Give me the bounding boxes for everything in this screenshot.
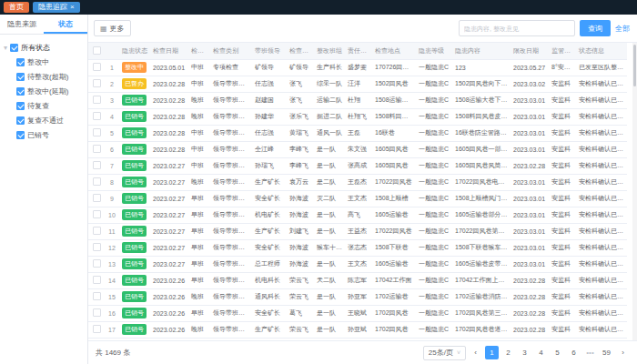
cell-info: 安检科确认已销号 [576, 207, 627, 223]
cell-responsible: 王磊杰 [345, 174, 372, 190]
checkbox[interactable] [16, 73, 25, 81]
cell-content: 1605回风巷一部皮带机尾滚筒防护栏缺失,需补齐 [452, 141, 511, 157]
tree-root-all-status[interactable]: ▾ 所有状态 [4, 40, 84, 55]
table-row[interactable]: 13已销号2023.02.27早班领导带班入井检查总工程师孙海波是一队王文杰16… [88, 256, 627, 272]
cell-date: 2023.02.28 [150, 108, 188, 125]
tab-home[interactable]: 首页 [4, 2, 29, 13]
checkbox[interactable] [16, 87, 25, 96]
cell-content: 1502回风巷向下顺槽锚网防护不到位,加强顶板支护管理 [452, 76, 511, 92]
tab-hidden-danger-tracking[interactable]: 隐患追踪 × [33, 2, 80, 13]
caret-down-icon[interactable]: ▾ [4, 44, 7, 52]
search-button[interactable]: 查询 [580, 20, 611, 36]
cell-info: 安检科确认已销号 [576, 92, 627, 108]
row-checkbox[interactable] [93, 161, 101, 169]
vertical-scrollbar[interactable] [632, 43, 637, 340]
table-row[interactable]: 14已销号2023.02.26早班领导带班入井检查机电科长荣云飞天二队陈志军17… [88, 272, 627, 288]
row-checkbox[interactable] [93, 210, 101, 218]
more-button[interactable]: ▦ 更多 [94, 20, 131, 36]
row-index: 5 [105, 125, 119, 141]
row-checkbox[interactable] [93, 276, 101, 284]
cell-content: 17022回风巷第三部皮带下方浮煤堆积,需清理干净 [452, 223, 511, 239]
cell-category: 领导带班入井检查 [210, 157, 252, 174]
all-link[interactable]: 全部 [615, 24, 630, 34]
cell-content: 1702回风巷第三部皮带机头灭火器失效,及时更换 [452, 305, 511, 321]
row-checkbox[interactable] [93, 177, 101, 186]
prev-page-button[interactable]: ‹ [469, 346, 482, 359]
table-row[interactable]: 1整改中2023.05.01中班专项检查矿领导矿领导生产科长盛梦雯170726回… [88, 59, 627, 76]
cell-shift: 中班 [188, 76, 210, 92]
row-checkbox[interactable] [93, 308, 101, 317]
checkbox[interactable] [16, 131, 25, 139]
scrollbar-thumb[interactable] [633, 45, 636, 86]
cell-date: 2023.02.28 [150, 92, 188, 108]
row-checkbox[interactable] [93, 96, 101, 104]
page-button-3[interactable]: 3 [518, 346, 531, 359]
cell-deadline: 2023.03.01 [511, 223, 549, 239]
table-row[interactable]: 16已销号2023.02.26早班领导带班入井检查安全矿长葛飞是一队王晓斌170… [88, 305, 627, 321]
table-row[interactable]: 17已销号2023.02.26晚班领导带班入井检查生产矿长荣云飞是一队孙亚斌17… [88, 321, 627, 338]
close-icon[interactable]: × [70, 4, 75, 11]
table-row[interactable]: 6已销号2023.02.28中班领导带班入井检查仝江峰李峰飞是一队朱文强1605… [88, 141, 627, 157]
status-badge: 已销号 [122, 95, 147, 106]
row-checkbox[interactable] [93, 325, 101, 333]
cell-shift: 中班 [188, 59, 210, 76]
checkbox[interactable] [16, 58, 25, 66]
cell-location: 1702运输巷 [372, 288, 416, 305]
next-page-button[interactable]: › [616, 346, 630, 359]
page-size-select[interactable]: 25条/页 ˅ [423, 346, 466, 360]
row-checkbox[interactable] [93, 145, 101, 153]
cell-responsible: 杜翔飞 [345, 108, 372, 125]
row-checkbox[interactable] [93, 243, 101, 251]
page-button-2[interactable]: 2 [501, 346, 515, 359]
cell-level: 一般隐患C [416, 288, 452, 305]
tree-item-delayed[interactable]: 整改中(延期) [4, 84, 84, 98]
tree-item-rectifying[interactable]: 整改中 [4, 55, 84, 69]
cell-info: 安检科确认已销号 [576, 305, 627, 321]
checkbox[interactable] [16, 102, 25, 110]
row-checkbox[interactable] [93, 194, 101, 202]
checkbox[interactable] [16, 116, 25, 125]
tree-root-label: 所有状态 [21, 43, 50, 53]
table-row[interactable]: 12已销号2023.02.27早班领导带班入井检查安全矿长孙海波猴车十三队张志杰… [88, 239, 627, 256]
table-row[interactable]: 7已销号2023.02.27中班领导带班入井检查孙瑞飞李峰飞是一队张高成1605… [88, 157, 627, 174]
status-badge: 已销号 [122, 275, 147, 286]
page-button-6[interactable]: 6 [567, 346, 581, 359]
table-row[interactable]: 10已销号2023.02.27早班领导带班入井检查机电矿长孙海波是一队高飞160… [88, 207, 627, 223]
row-checkbox[interactable] [93, 292, 101, 300]
cell-team: 是一队 [314, 256, 345, 272]
row-checkbox[interactable] [93, 63, 101, 71]
all-status-checkbox[interactable] [10, 44, 18, 52]
page-button-last[interactable]: 59 [600, 346, 613, 359]
table-row[interactable]: 8已销号2023.02.27晚班领导带班入井检查生产矿长袁万云是二队王磊杰170… [88, 174, 627, 190]
page-button-1[interactable]: 1 [485, 346, 499, 359]
table-row[interactable]: 4已销号2023.02.28晚班领导带班入井检查孙建华张乐飞掘进二队杜翔飞150… [88, 108, 627, 125]
tab-hidden-source[interactable]: 隐患来源 [0, 15, 44, 34]
table-row[interactable]: 9已销号2023.02.27早班领导带班入井检查安全矿长孙海波灭二队王文杰150… [88, 190, 627, 207]
tree-item-review-failed[interactable]: 复查不通过 [4, 113, 84, 127]
table-row[interactable]: 3已销号2023.02.28晚班领导带班入井检查赵建国张飞运输二队杜翔1508运… [88, 92, 627, 108]
table-row[interactable]: 5已销号2023.02.28中班领导带班入井检查任志强黄瑞飞通风一队王磊16联巷… [88, 125, 627, 141]
select-all-checkbox[interactable] [93, 46, 101, 55]
page-button-4[interactable]: 4 [534, 346, 548, 359]
table-row[interactable]: 11已销号2023.02.27早班领导带班入井检查生产矿长刘建飞是一队王益杰17… [88, 223, 627, 239]
row-index: 3 [105, 92, 119, 108]
page-button-5[interactable]: 5 [551, 346, 564, 359]
cell-inspector: 荣云飞 [287, 272, 314, 288]
table-row[interactable]: 15已销号2023.02.26晚班领导带班入井检查通风科长荣云飞是一队孙亚军17… [88, 288, 627, 305]
cell-location: 1508运输大巷 [372, 92, 416, 108]
tree-item-pending-review[interactable]: 待复查 [4, 98, 84, 113]
cell-content: 1605运输巷部分锚杆托盘松动,需二次紧固 [452, 207, 511, 223]
cell-team: 是一队 [314, 207, 345, 223]
tab-status[interactable]: 状态 [44, 15, 87, 34]
row-checkbox[interactable] [93, 227, 101, 235]
column-header: 限改日期 [511, 43, 549, 59]
tree-item-closed[interactable]: 已销号 [4, 127, 84, 142]
row-checkbox[interactable] [93, 128, 101, 136]
table-row[interactable]: 2已督办2023.02.28中班领导带班入井检查任志强张飞综采一队汪洋1502回… [88, 76, 627, 92]
tree-item-overdue[interactable]: 待整改(超期) [4, 69, 84, 84]
row-checkbox[interactable] [93, 79, 101, 87]
search-input[interactable] [459, 20, 575, 36]
cell-responsible: 高飞 [345, 207, 372, 223]
row-checkbox[interactable] [93, 259, 101, 268]
row-checkbox[interactable] [93, 112, 101, 120]
